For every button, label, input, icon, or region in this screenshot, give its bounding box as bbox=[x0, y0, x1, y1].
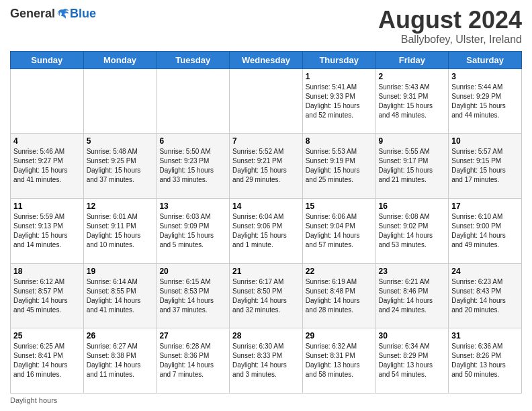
day-number: 31 bbox=[451, 330, 519, 341]
logo-bird-icon bbox=[56, 7, 70, 21]
day-number: 5 bbox=[87, 136, 154, 146]
calendar-cell: 6Sunrise: 5:50 AM Sunset: 9:23 PM Daylig… bbox=[157, 134, 230, 199]
day-number: 20 bbox=[159, 266, 226, 277]
calendar-cell: 23Sunrise: 6:21 AM Sunset: 8:46 PM Dayli… bbox=[375, 263, 449, 328]
day-number: 16 bbox=[379, 201, 446, 212]
day-number: 4 bbox=[13, 136, 81, 146]
calendar-cell: 5Sunrise: 5:48 AM Sunset: 9:25 PM Daylig… bbox=[83, 134, 157, 199]
day-number: 1 bbox=[306, 71, 373, 82]
calendar-day-header: Friday bbox=[375, 51, 449, 68]
day-info: Sunrise: 6:27 AM Sunset: 8:38 PM Dayligh… bbox=[87, 342, 154, 379]
day-info: Sunrise: 5:43 AM Sunset: 9:31 PM Dayligh… bbox=[379, 83, 446, 120]
calendar-cell: 19Sunrise: 6:14 AM Sunset: 8:55 PM Dayli… bbox=[83, 263, 157, 328]
day-info: Sunrise: 6:15 AM Sunset: 8:53 PM Dayligh… bbox=[159, 277, 226, 315]
day-number: 3 bbox=[451, 71, 519, 82]
calendar-week-row: 25Sunrise: 6:25 AM Sunset: 8:41 PM Dayli… bbox=[11, 328, 522, 394]
day-number: 22 bbox=[306, 266, 373, 277]
day-info: Sunrise: 6:03 AM Sunset: 9:09 PM Dayligh… bbox=[159, 212, 226, 250]
day-info: Sunrise: 6:10 AM Sunset: 9:00 PM Dayligh… bbox=[451, 212, 519, 250]
logo-blue-text: Blue bbox=[70, 7, 96, 21]
calendar-cell: 4Sunrise: 5:46 AM Sunset: 9:27 PM Daylig… bbox=[11, 134, 84, 199]
day-info: Sunrise: 6:14 AM Sunset: 8:55 PM Dayligh… bbox=[87, 277, 154, 315]
calendar-week-row: 1Sunrise: 5:41 AM Sunset: 9:33 PM Daylig… bbox=[11, 68, 522, 134]
calendar-cell: 3Sunrise: 5:44 AM Sunset: 9:29 PM Daylig… bbox=[449, 68, 522, 134]
calendar-week-row: 4Sunrise: 5:46 AM Sunset: 9:27 PM Daylig… bbox=[11, 134, 522, 199]
calendar-cell: 8Sunrise: 5:53 AM Sunset: 9:19 PM Daylig… bbox=[302, 134, 375, 199]
day-number: 21 bbox=[232, 266, 300, 277]
day-number: 18 bbox=[13, 266, 81, 277]
calendar-day-header: Saturday bbox=[449, 51, 522, 68]
calendar-cell: 9Sunrise: 5:55 AM Sunset: 9:17 PM Daylig… bbox=[375, 134, 449, 199]
calendar-cell: 7Sunrise: 5:52 AM Sunset: 9:21 PM Daylig… bbox=[230, 134, 303, 199]
calendar-cell: 26Sunrise: 6:27 AM Sunset: 8:38 PM Dayli… bbox=[83, 328, 157, 394]
daylight-label: Daylight hours bbox=[10, 396, 57, 404]
calendar-cell: 22Sunrise: 6:19 AM Sunset: 8:48 PM Dayli… bbox=[302, 263, 375, 328]
day-info: Sunrise: 6:01 AM Sunset: 9:11 PM Dayligh… bbox=[87, 212, 154, 250]
day-info: Sunrise: 5:53 AM Sunset: 9:19 PM Dayligh… bbox=[306, 147, 373, 185]
day-info: Sunrise: 6:30 AM Sunset: 8:33 PM Dayligh… bbox=[232, 342, 300, 379]
day-number: 28 bbox=[232, 330, 300, 341]
day-number: 15 bbox=[306, 201, 373, 212]
day-number: 27 bbox=[159, 330, 226, 341]
day-info: Sunrise: 6:36 AM Sunset: 8:26 PM Dayligh… bbox=[451, 342, 519, 379]
calendar-cell: 11Sunrise: 5:59 AM Sunset: 9:13 PM Dayli… bbox=[11, 198, 84, 263]
day-info: Sunrise: 6:17 AM Sunset: 8:50 PM Dayligh… bbox=[232, 277, 300, 315]
title-month-year: August 2024 bbox=[378, 7, 522, 34]
calendar-cell bbox=[83, 68, 157, 134]
calendar-cell: 10Sunrise: 5:57 AM Sunset: 9:15 PM Dayli… bbox=[449, 134, 522, 199]
title-location: Ballybofey, Ulster, Ireland bbox=[378, 34, 522, 46]
day-info: Sunrise: 6:34 AM Sunset: 8:29 PM Dayligh… bbox=[379, 342, 446, 379]
calendar-header-row: SundayMondayTuesdayWednesdayThursdayFrid… bbox=[11, 51, 522, 68]
calendar-day-header: Tuesday bbox=[157, 51, 230, 68]
day-number: 10 bbox=[451, 136, 519, 146]
day-number: 12 bbox=[87, 201, 154, 212]
calendar-cell: 28Sunrise: 6:30 AM Sunset: 8:33 PM Dayli… bbox=[230, 328, 303, 394]
day-info: Sunrise: 6:21 AM Sunset: 8:46 PM Dayligh… bbox=[379, 277, 446, 315]
day-number: 26 bbox=[87, 330, 154, 341]
day-number: 30 bbox=[379, 330, 446, 341]
day-info: Sunrise: 5:48 AM Sunset: 9:25 PM Dayligh… bbox=[87, 147, 154, 185]
day-info: Sunrise: 5:41 AM Sunset: 9:33 PM Dayligh… bbox=[306, 83, 373, 120]
calendar-cell: 1Sunrise: 5:41 AM Sunset: 9:33 PM Daylig… bbox=[302, 68, 375, 134]
calendar-body: 1Sunrise: 5:41 AM Sunset: 9:33 PM Daylig… bbox=[11, 68, 522, 393]
day-info: Sunrise: 5:57 AM Sunset: 9:15 PM Dayligh… bbox=[451, 147, 519, 185]
calendar-cell: 13Sunrise: 6:03 AM Sunset: 9:09 PM Dayli… bbox=[157, 198, 230, 263]
logo: General Blue bbox=[10, 7, 96, 21]
calendar-day-header: Sunday bbox=[11, 51, 84, 68]
calendar-cell: 27Sunrise: 6:28 AM Sunset: 8:36 PM Dayli… bbox=[157, 328, 230, 394]
calendar-cell: 30Sunrise: 6:34 AM Sunset: 8:29 PM Dayli… bbox=[375, 328, 449, 394]
calendar-day-header: Wednesday bbox=[230, 51, 303, 68]
day-number: 29 bbox=[306, 330, 373, 341]
calendar-week-row: 11Sunrise: 5:59 AM Sunset: 9:13 PM Dayli… bbox=[11, 198, 522, 263]
calendar-cell: 16Sunrise: 6:08 AM Sunset: 9:02 PM Dayli… bbox=[375, 198, 449, 263]
calendar-cell: 2Sunrise: 5:43 AM Sunset: 9:31 PM Daylig… bbox=[375, 68, 449, 134]
day-info: Sunrise: 6:08 AM Sunset: 9:02 PM Dayligh… bbox=[379, 212, 446, 250]
day-number: 19 bbox=[87, 266, 154, 277]
day-number: 23 bbox=[379, 266, 446, 277]
calendar-cell: 20Sunrise: 6:15 AM Sunset: 8:53 PM Dayli… bbox=[157, 263, 230, 328]
day-number: 17 bbox=[451, 201, 519, 212]
calendar-day-header: Monday bbox=[83, 51, 157, 68]
logo-general-text: General bbox=[10, 7, 55, 21]
calendar-cell: 21Sunrise: 6:17 AM Sunset: 8:50 PM Dayli… bbox=[230, 263, 303, 328]
calendar-cell: 24Sunrise: 6:23 AM Sunset: 8:43 PM Dayli… bbox=[449, 263, 522, 328]
day-info: Sunrise: 6:19 AM Sunset: 8:48 PM Dayligh… bbox=[306, 277, 373, 315]
day-number: 11 bbox=[13, 201, 81, 212]
calendar-table: SundayMondayTuesdayWednesdayThursdayFrid… bbox=[10, 51, 522, 394]
day-number: 7 bbox=[232, 136, 300, 146]
calendar-cell bbox=[11, 68, 84, 134]
day-info: Sunrise: 6:32 AM Sunset: 8:31 PM Dayligh… bbox=[306, 342, 373, 379]
day-info: Sunrise: 5:52 AM Sunset: 9:21 PM Dayligh… bbox=[232, 147, 300, 185]
day-number: 25 bbox=[13, 330, 81, 341]
day-number: 24 bbox=[451, 266, 519, 277]
footer-note: Daylight hours bbox=[10, 396, 522, 404]
day-info: Sunrise: 6:06 AM Sunset: 9:04 PM Dayligh… bbox=[306, 212, 373, 250]
day-number: 9 bbox=[379, 136, 446, 146]
title-block: August 2024 Ballybofey, Ulster, Ireland bbox=[378, 7, 522, 46]
day-info: Sunrise: 6:25 AM Sunset: 8:41 PM Dayligh… bbox=[13, 342, 81, 379]
calendar-cell bbox=[230, 68, 303, 134]
calendar-cell: 29Sunrise: 6:32 AM Sunset: 8:31 PM Dayli… bbox=[302, 328, 375, 394]
calendar-cell: 12Sunrise: 6:01 AM Sunset: 9:11 PM Dayli… bbox=[83, 198, 157, 263]
day-info: Sunrise: 6:23 AM Sunset: 8:43 PM Dayligh… bbox=[451, 277, 519, 315]
calendar-cell bbox=[157, 68, 230, 134]
